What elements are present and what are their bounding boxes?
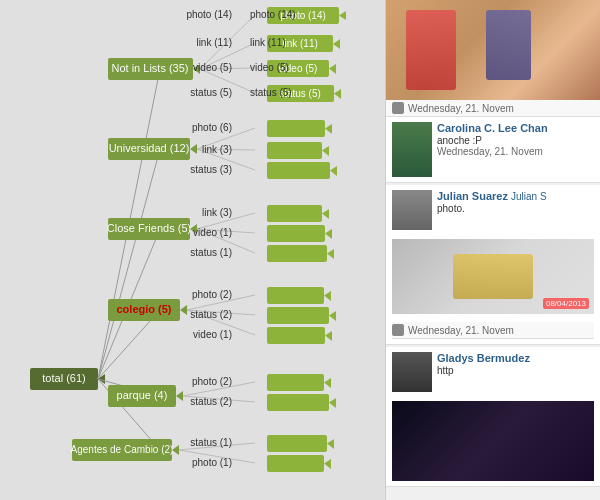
feed-item-gladys: Gladys Bermudez http [386,347,600,487]
svg-text:link (3): link (3) [202,207,232,218]
gladys-text: http [437,365,594,376]
tree-visualization: total (61) Not in Lists (35) [0,0,385,500]
svg-rect-62 [267,245,327,262]
svg-rect-58 [267,205,322,222]
svg-text:Not in Lists (35): Not in Lists (35) [111,62,188,74]
carolina-time: Wednesday, 21. Novem [437,146,594,157]
svg-text:link (11): link (11) [196,37,232,48]
svg-text:video (1): video (1) [193,329,232,340]
svg-rect-45 [267,142,322,159]
julian-text: photo. [437,203,594,214]
julian-avatar [392,190,432,230]
svg-text:video (1): video (1) [193,227,232,238]
svg-rect-100 [267,455,324,472]
svg-text:status (5): status (5) [190,87,232,98]
tree-svg: total (61) Not in Lists (35) [0,0,385,500]
svg-text:status (3): status (3) [190,164,232,175]
julian-time: Wednesday, 21. Novem [408,325,514,336]
julian-photo: 08/04/2013 [392,239,594,314]
feed-item-carolina: Carolina C. Lee Chan anoche :P Wednesday… [386,117,600,183]
news-feed: Wednesday, 21. Novem Carolina C. Lee Cha… [385,0,600,500]
svg-text:link (3): link (3) [202,144,232,155]
feed-item-julian: Julian Suarez Julian S photo. 08/04/2013… [386,185,600,345]
carolina-avatar [392,122,432,177]
svg-text:photo (14): photo (14) [186,9,232,20]
svg-text:Close Friends (5): Close Friends (5) [107,222,191,234]
svg-text:status (2): status (2) [190,396,232,407]
svg-text:status (5): status (5) [250,87,292,98]
svg-rect-73 [267,287,324,304]
svg-text:photo (2): photo (2) [192,289,232,300]
svg-text:link (11): link (11) [282,38,318,49]
calendar-icon [392,102,404,114]
julian-calendar-icon [392,324,404,336]
svg-rect-89 [267,394,329,411]
svg-text:status (1): status (1) [190,247,232,258]
svg-rect-98 [267,435,327,452]
svg-text:Universidad (12): Universidad (12) [109,142,190,154]
svg-text:status (1): status (1) [190,437,232,448]
svg-rect-75 [267,307,329,324]
svg-rect-47 [267,162,330,179]
svg-text:photo (6): photo (6) [192,122,232,133]
timestamp-text: Wednesday, 21. Novem [408,103,514,114]
julian-content: Julian Suarez Julian S photo. [437,190,594,230]
svg-text:video (5): video (5) [250,62,289,73]
svg-text:Agentes de Cambio (2): Agentes de Cambio (2) [71,444,174,455]
julian-name-suffix: Julian S [511,191,547,202]
svg-text:total (61): total (61) [42,372,85,384]
svg-text:photo (2): photo (2) [192,376,232,387]
carolina-name: Carolina C. Lee Chan [437,122,594,134]
carolina-content: Carolina C. Lee Chan anoche :P Wednesday… [437,122,594,177]
svg-text:parque (4): parque (4) [117,389,168,401]
svg-rect-60 [267,225,325,242]
top-photo [386,0,600,100]
svg-rect-43 [267,120,325,137]
svg-text:video (5): video (5) [193,62,232,73]
julian-name: Julian Suarez [437,190,508,202]
svg-rect-87 [267,374,324,391]
julian-timestamp: Wednesday, 21. Novem [392,322,594,339]
svg-text:photo (1): photo (1) [192,457,232,468]
root-node: total (61) [30,368,105,390]
gladys-name: Gladys Bermudez [437,352,594,364]
gladys-avatar [392,352,432,392]
gladys-photo [392,401,594,481]
svg-text:link (11): link (11) [250,37,286,48]
timestamp-row: Wednesday, 21. Novem [386,100,600,117]
svg-rect-77 [267,327,325,344]
svg-text:status (2): status (2) [190,309,232,320]
svg-text:photo (14): photo (14) [250,9,296,20]
svg-text:colegio (5): colegio (5) [116,303,171,315]
carolina-text: anoche :P [437,135,594,146]
gladys-content: Gladys Bermudez http [437,352,594,392]
